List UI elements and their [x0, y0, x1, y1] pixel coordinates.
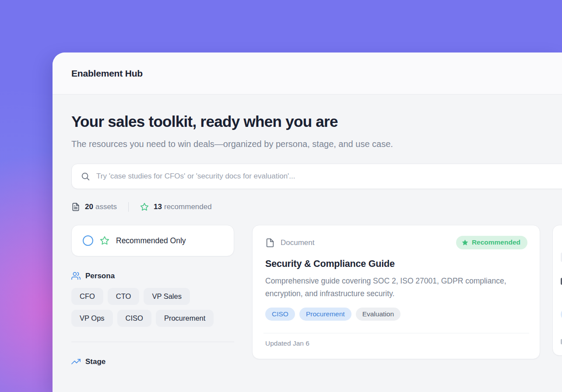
stats-divider: [128, 202, 129, 212]
search-input[interactable]: [96, 172, 490, 181]
card-updated-label: Updated Jan 6: [265, 340, 527, 347]
asset-card-partial[interactable]: [552, 225, 562, 356]
sidebar-divider: [71, 342, 234, 342]
main-panel: Enablement Hub Your sales toolkit, ready…: [53, 52, 562, 392]
star-icon: [140, 203, 149, 211]
recommended-label: recommended: [164, 203, 212, 211]
recommended-only-toggle[interactable]: Recommended Only: [71, 225, 234, 256]
recommended-only-label: Recommended Only: [116, 236, 186, 245]
persona-filter-chip[interactable]: CTO: [108, 288, 140, 305]
card-title: Security & Compliance Guide: [265, 259, 527, 270]
persona-filter-chip[interactable]: VP Sales: [144, 288, 190, 305]
card-type-label: Document: [281, 238, 314, 247]
search-icon: [81, 172, 90, 181]
asset-cards-row: Document Recommended Security & Complian…: [252, 225, 562, 359]
recommended-badge-label: Recommended: [472, 238, 520, 246]
page-title: Your sales toolkit, ready when you are: [71, 113, 562, 130]
persona-filter-chip[interactable]: CISO: [117, 310, 151, 327]
card-tag: Procurement: [299, 308, 351, 321]
file-text-icon: [71, 203, 80, 211]
toggle-circle-icon[interactable]: [83, 235, 93, 246]
recommended-count: 13: [154, 203, 162, 211]
users-icon: [71, 271, 81, 280]
stage-filter-label: Stage: [85, 357, 105, 366]
assets-label: assets: [95, 203, 117, 211]
filters-sidebar: Recommended Only Persona CFOCTOVP SalesV…: [71, 225, 234, 366]
file-icon: [265, 238, 275, 248]
persona-filter-chip[interactable]: Procurement: [156, 310, 214, 327]
app-header: Enablement Hub: [53, 52, 562, 94]
star-icon: [100, 236, 109, 245]
card-tag: Evaluation: [356, 308, 400, 321]
persona-chip-list: CFOCTOVP SalesVP OpsCISOProcurement: [71, 288, 234, 327]
card-divider: [263, 333, 529, 333]
card-tag: CISO: [265, 308, 295, 321]
stage-filter-header: Stage: [71, 357, 234, 366]
trending-up-icon: [71, 357, 81, 366]
app-title: Enablement Hub: [71, 68, 143, 79]
recommended-badge: Recommended: [456, 236, 527, 249]
persona-filter-label: Persona: [85, 272, 115, 280]
persona-filter-header: Persona: [71, 271, 234, 280]
card-description: Comprehensive guide covering SOC 2, ISO …: [265, 275, 523, 300]
persona-filter-chip[interactable]: CFO: [71, 288, 103, 305]
search-bar[interactable]: [71, 164, 562, 189]
stats-row: 20 assets 13 recommended: [71, 202, 562, 212]
card-tags-row: CISOProcurementEvaluation: [265, 308, 527, 321]
page-subtitle: The resources you need to win deals—orga…: [71, 136, 429, 152]
asset-card-security-compliance[interactable]: Document Recommended Security & Complian…: [252, 225, 540, 359]
persona-filter-chip[interactable]: VP Ops: [71, 310, 113, 327]
assets-count: 20: [85, 203, 93, 211]
star-filled-icon: [462, 239, 468, 246]
page-content: Your sales toolkit, ready when you are T…: [53, 113, 562, 366]
